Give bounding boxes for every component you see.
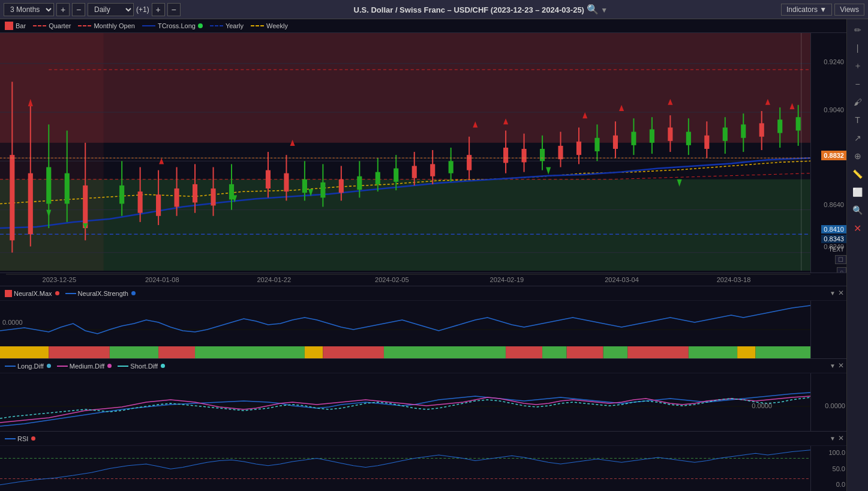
- short-diff-label: Short.Diff: [130, 363, 158, 370]
- neuralx-value-label: 0.0000: [2, 319, 23, 326]
- right-sidebar: ✏ | ＋ − 🖌 T ↗ ⊕ 📏 ⬜ 🔍 ✕: [846, 19, 868, 491]
- minus-icon[interactable]: −: [849, 76, 866, 92]
- short-diff-line: [118, 366, 128, 367]
- svg-line-11: [609, 173, 810, 179]
- toolbar: 3 Months 1 Month 6 Months 1 Year + − Dai…: [0, 0, 868, 19]
- period-remove-button[interactable]: −: [167, 3, 181, 16]
- svg-rect-17: [46, 167, 51, 203]
- pencil-icon[interactable]: ✏: [849, 22, 866, 38]
- zoom-icon[interactable]: 🔍: [849, 202, 866, 218]
- neuralx-strength-legend: NeuralX.Strength: [65, 290, 136, 297]
- price-chart-main[interactable]: [0, 33, 810, 273]
- svg-rect-39: [284, 173, 289, 191]
- rsi-0-label: 0.0: [836, 481, 845, 488]
- diff-chart-wrapper: 0.0000 0.0000: [0, 373, 846, 431]
- brush-icon[interactable]: 🖌: [849, 94, 866, 110]
- monthly-open-line-icon: [78, 25, 91, 26]
- interval-select[interactable]: Daily Weekly Monthly: [88, 3, 134, 16]
- svg-rect-37: [266, 170, 271, 188]
- rsi-chart-wrapper: 100.0 50.0 0.0: [0, 446, 846, 491]
- xaxis-svg: 2023-12-25 2024-01-08 2024-01-22 2024-02…: [6, 273, 810, 286]
- rsi-svg: [0, 446, 810, 491]
- zoom-out-button[interactable]: −: [72, 3, 85, 16]
- neuralx-close-btn[interactable]: ✕: [838, 289, 844, 297]
- medium-diff-dot: [107, 364, 112, 368]
- rsi-collapse-btn[interactable]: ▼: [830, 435, 836, 442]
- svg-rect-132: [603, 346, 628, 358]
- neuralx-max-color: [5, 290, 12, 297]
- adjustment-label: (+1): [136, 5, 149, 14]
- views-button[interactable]: Views: [834, 4, 864, 16]
- rsi-chart-main[interactable]: [0, 446, 810, 491]
- indicators-button[interactable]: Indicators ▼: [781, 4, 832, 16]
- zoom-in-button[interactable]: +: [56, 3, 70, 16]
- rsi-panel: RSI ▼ ✕: [0, 431, 846, 491]
- eraser-icon[interactable]: ⬜: [849, 184, 866, 200]
- diff-legend: Long.Diff Medium.Diff Short.Diff ▼ ✕: [0, 359, 846, 373]
- svg-rect-126: [305, 346, 323, 358]
- svg-marker-108: [546, 167, 551, 174]
- rsi-close-btn[interactable]: ✕: [838, 434, 844, 442]
- svg-rect-87: [741, 124, 746, 137]
- x-close-icon[interactable]: ✕: [849, 220, 866, 236]
- chart-title: U.S. Dollar / Swiss Franc – USD/CHF (202…: [183, 4, 779, 15]
- svg-rect-19: [65, 173, 70, 204]
- period-add-button[interactable]: +: [152, 3, 165, 16]
- timeframe-select[interactable]: 3 Months 1 Month 6 Months 1 Year: [4, 3, 54, 16]
- svg-rect-61: [503, 148, 508, 163]
- current-price-label: 0.8832: [821, 151, 846, 160]
- price-label-8343: 0.8343: [821, 235, 846, 243]
- crosshair-icon[interactable]: ⊕: [849, 148, 866, 164]
- svg-rect-79: [668, 127, 672, 140]
- tcross-long-dot: [198, 23, 203, 28]
- legend-monthly-open-label: Monthly Open: [94, 22, 134, 29]
- main-container: Bar Quarter Monthly Open TCross.Long Yea…: [0, 19, 868, 491]
- svg-rect-89: [759, 123, 764, 136]
- long-diff-line: [5, 366, 16, 367]
- plus-icon[interactable]: ＋: [849, 58, 866, 74]
- legend-weekly: Weekly: [251, 22, 288, 29]
- chevron-down-icon[interactable]: ▼: [600, 6, 608, 14]
- rsi-panel-controls: ▼ ✕: [830, 434, 844, 442]
- svg-rect-21: [83, 185, 88, 228]
- line-icon[interactable]: |: [849, 40, 866, 56]
- text-tool-icon[interactable]: T: [849, 112, 866, 128]
- arrow-icon[interactable]: ↗: [849, 130, 866, 146]
- rsi-dot: [31, 436, 35, 441]
- neuralx-chart-main[interactable]: 0.0000: [0, 301, 810, 358]
- legend-bar-label: Bar: [16, 22, 26, 29]
- svg-rect-63: [522, 149, 527, 162]
- svg-rect-128: [384, 346, 506, 358]
- svg-rect-23: [119, 185, 124, 203]
- svg-rect-57: [449, 161, 453, 173]
- svg-rect-75: [631, 132, 636, 145]
- long-diff-dot: [47, 364, 51, 368]
- svg-rect-41: [302, 179, 307, 193]
- neuralx-max-dot: [55, 291, 59, 295]
- ruler-icon[interactable]: 📏: [849, 166, 866, 182]
- svg-rect-55: [430, 164, 435, 176]
- svg-rect-43: [320, 182, 325, 197]
- svg-rect-27: [156, 194, 161, 216]
- search-icon[interactable]: 🔍: [587, 4, 599, 14]
- weekly-line-icon: [251, 25, 264, 26]
- diff-collapse-btn[interactable]: ▼: [830, 363, 836, 369]
- svg-rect-51: [394, 169, 398, 182]
- svg-rect-49: [376, 172, 380, 184]
- legend-tcross-long: TCross.Long: [142, 22, 203, 29]
- svg-rect-31: [193, 184, 197, 202]
- chart-area: Bar Quarter Monthly Open TCross.Long Yea…: [0, 19, 846, 491]
- price-yaxis: 0.9240 0.9040 0.8832 0.8640 0.8410 0.834…: [810, 33, 846, 273]
- neuralx-panel: NeuralX.Max NeuralX.Strength ▼ ✕: [0, 286, 846, 358]
- diff-yaxis-value: 0.0000: [825, 402, 845, 409]
- diff-chart-main[interactable]: 0.0000: [0, 373, 810, 431]
- legend-tcross-long-label: TCross.Long: [158, 22, 196, 29]
- diff-panel-controls: ▼ ✕: [830, 361, 844, 370]
- square-icon[interactable]: ☐: [835, 255, 846, 264]
- legend-yearly: Yearly: [210, 22, 244, 29]
- price-label-8640: 0.8640: [824, 201, 844, 208]
- rsi-legend: RSI ▼ ✕: [0, 432, 846, 446]
- diff-value-label: 0.0000: [752, 402, 772, 409]
- diff-close-btn[interactable]: ✕: [838, 361, 844, 370]
- neuralx-collapse-btn[interactable]: ▼: [830, 290, 836, 297]
